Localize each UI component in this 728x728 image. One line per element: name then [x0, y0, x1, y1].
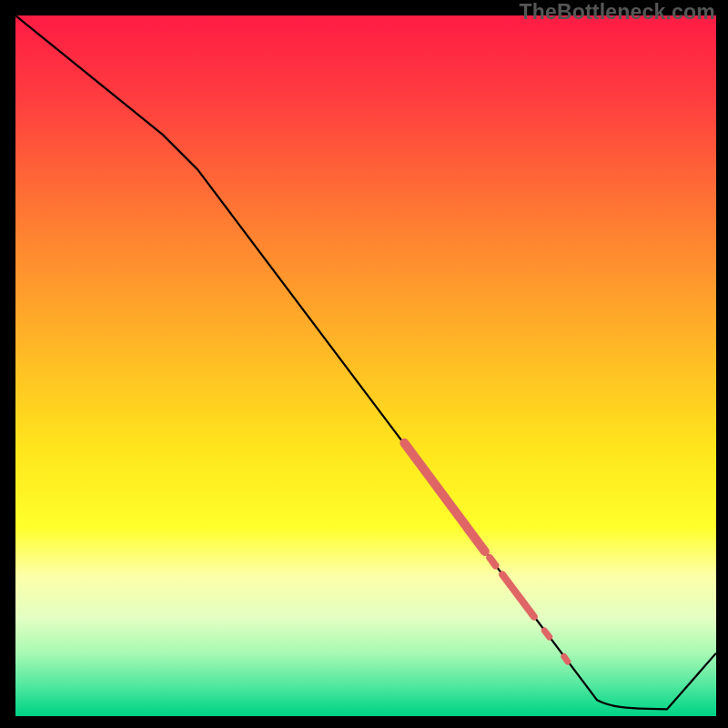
- highlight-segment: [564, 657, 568, 662]
- highlight-segment: [490, 558, 495, 565]
- plot-area: [15, 15, 716, 716]
- watermark-text: TheBottleneck.com: [519, 0, 715, 25]
- bottleneck-chart: [15, 15, 716, 716]
- chart-container: TheBottleneck.com: [0, 0, 728, 728]
- gradient-background: [15, 15, 716, 716]
- highlight-segment: [544, 631, 549, 637]
